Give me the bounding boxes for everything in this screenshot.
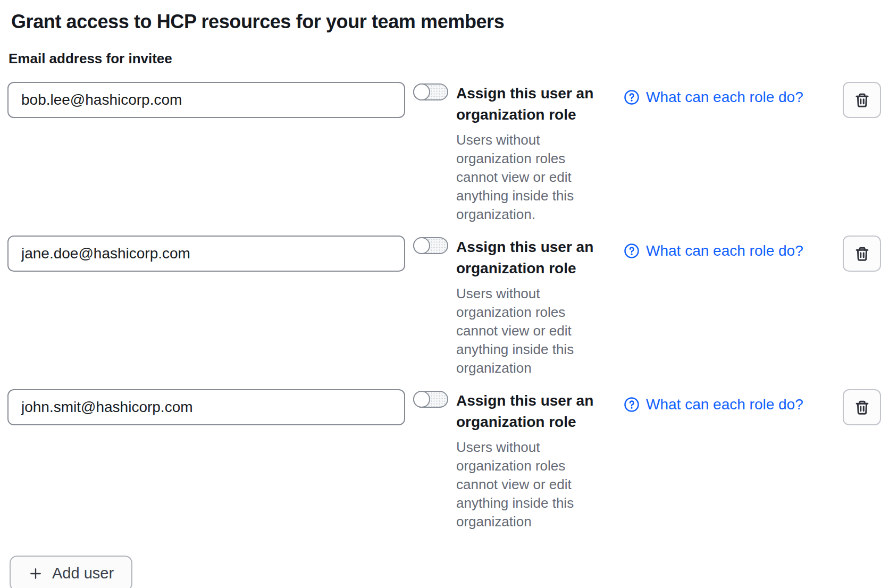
email-address-label: Email address for invitee — [9, 51, 881, 67]
invitee-email-input[interactable] — [7, 236, 405, 272]
role-helper-text: Users without organization roles cannot … — [456, 438, 594, 531]
question-circle-icon — [624, 397, 640, 413]
role-docs-link-label: What can each role do? — [646, 89, 803, 106]
toggle-cell — [405, 389, 456, 408]
link-column: What can each role do? — [605, 236, 843, 261]
invite-row: Assign this user an organization role Us… — [7, 82, 881, 224]
toggle-knob — [413, 391, 430, 408]
role-text-column: Assign this user an organization role Us… — [456, 236, 605, 377]
role-helper-text: Users without organization roles cannot … — [456, 284, 594, 377]
role-docs-link[interactable]: What can each role do? — [624, 396, 803, 413]
invite-row: Assign this user an organization role Us… — [7, 236, 881, 377]
trash-icon — [853, 399, 871, 416]
org-role-toggle[interactable] — [413, 391, 448, 408]
assign-role-label: Assign this user an organization role — [456, 83, 605, 125]
add-user-button-label: Add user — [52, 565, 114, 582]
link-column: What can each role do? — [605, 82, 843, 107]
page-title: Grant access to HCP resources for your t… — [11, 10, 881, 34]
role-docs-link[interactable]: What can each role do? — [624, 89, 803, 106]
grant-access-form: Grant access to HCP resources for your t… — [0, 0, 889, 588]
assign-role-label: Assign this user an organization role — [456, 390, 605, 433]
role-docs-link[interactable]: What can each role do? — [624, 242, 803, 259]
question-circle-icon — [624, 243, 640, 259]
delete-row-button[interactable] — [843, 82, 881, 118]
add-user-button[interactable]: Add user — [10, 556, 132, 588]
toggle-cell — [405, 236, 456, 254]
toggle-knob — [413, 83, 430, 100]
invitee-email-input[interactable] — [7, 82, 405, 118]
role-text-column: Assign this user an organization role Us… — [456, 82, 605, 224]
question-circle-icon — [624, 89, 640, 105]
delete-row-button[interactable] — [843, 236, 881, 272]
delete-row-button[interactable] — [843, 389, 881, 425]
plus-icon — [28, 566, 43, 581]
role-docs-link-label: What can each role do? — [646, 242, 803, 259]
invite-row: Assign this user an organization role Us… — [7, 389, 881, 531]
org-role-toggle[interactable] — [413, 83, 448, 100]
toggle-knob — [413, 237, 430, 254]
invitee-email-input[interactable] — [7, 389, 405, 425]
trash-icon — [853, 245, 871, 263]
org-role-toggle[interactable] — [413, 237, 448, 254]
trash-icon — [853, 91, 871, 109]
role-docs-link-label: What can each role do? — [646, 396, 803, 413]
assign-role-label: Assign this user an organization role — [456, 237, 605, 279]
role-text-column: Assign this user an organization role Us… — [456, 389, 605, 531]
link-column: What can each role do? — [605, 389, 843, 415]
role-helper-text: Users without organization roles cannot … — [456, 131, 594, 224]
toggle-cell — [405, 82, 456, 100]
